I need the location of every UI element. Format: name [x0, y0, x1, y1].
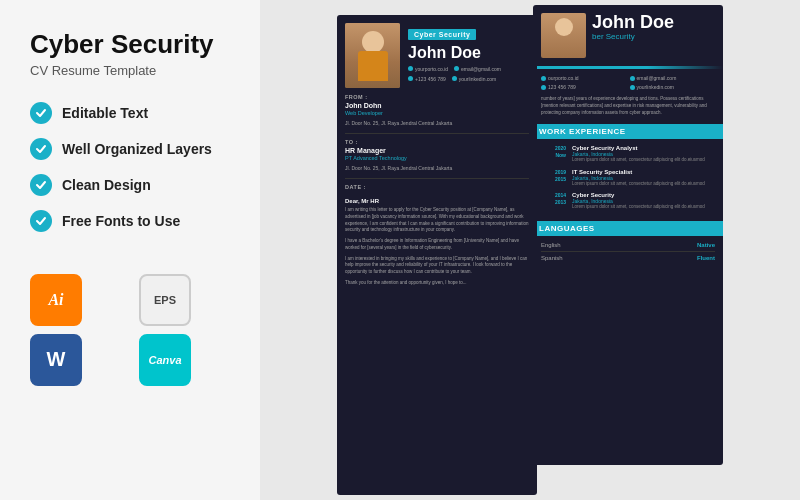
job-desc-0: Lorem ipsum dolor sit amet, consectetur …	[572, 157, 715, 163]
lang-item-1: Spanish Fluent	[541, 255, 715, 261]
contact-dot-icon	[454, 66, 459, 71]
timeline-item-0: 2020Now Cyber Security Analyst Jakarta, …	[533, 145, 723, 163]
resume-header-area: Cyber Security John Doe yourporto.co.id …	[337, 15, 537, 88]
lang-item-0: English Native	[541, 242, 715, 248]
cyber-label: Cyber Security	[408, 29, 476, 40]
format-canva: Canva	[139, 334, 191, 386]
lang-name-0: English	[541, 242, 561, 248]
format-word: W	[30, 334, 82, 386]
date-label: Date :	[345, 184, 529, 190]
feature-label-1: Well Organized Layers	[62, 141, 212, 157]
page-title: Cyber Security	[30, 30, 240, 59]
recipient-address: Jl. Door No. 25, Jl. Raya Jendral Centra…	[345, 165, 529, 172]
check-icon	[30, 102, 52, 124]
format-icons: Ai EPS W Canva	[30, 274, 240, 386]
contact-dot-icon	[541, 85, 546, 90]
check-icon	[30, 210, 52, 232]
person-photo-main	[345, 23, 400, 88]
contact-dot-icon	[452, 76, 457, 81]
feature-item: Clean Design	[30, 174, 240, 196]
recipient-name: HR Manager	[345, 147, 529, 154]
timeline-year-0: 2020Now	[541, 145, 566, 163]
teal-bar	[533, 66, 723, 69]
sec-name-area: John Doe ber Security	[592, 13, 715, 41]
contact-dot-icon	[630, 85, 635, 90]
photo-box-main	[345, 23, 400, 88]
contact-dot-icon	[630, 76, 635, 81]
contact-linkedin: yourlinkedin.com	[452, 76, 497, 82]
sec-body: number of years] years of experience dev…	[533, 96, 723, 116]
body-text-1: I am writing this letter to apply for th…	[345, 207, 529, 234]
page-subtitle: CV Resume Template	[30, 63, 240, 78]
timeline-item-1: 20192015 IT Security Specialist Jakarta,…	[533, 169, 723, 187]
timeline-content-1: IT Security Specialist Jakarta, Indonesi…	[572, 169, 715, 187]
lang-level-1: Fluent	[697, 255, 715, 261]
contact-website: yourporto.co.id	[408, 66, 448, 72]
contact-phone: +123 456 789	[408, 76, 446, 82]
feature-label-0: Editable Text	[62, 105, 148, 121]
body-text-2: I have a Bachelor's degree in Informatio…	[345, 238, 529, 252]
name-area-main: Cyber Security John Doe yourporto.co.id …	[408, 23, 529, 82]
lang-divider	[541, 251, 715, 252]
languages-title: Languages	[539, 224, 595, 233]
body-text-3: I am interested in bringing my skills an…	[345, 256, 529, 276]
body-text-4: Thank you for the attention and opportun…	[345, 280, 529, 287]
sec-intro: number of years] years of experience dev…	[541, 96, 715, 116]
left-panel: Cyber Security CV Resume Template Editab…	[0, 0, 260, 500]
sec-name: John Doe	[592, 13, 715, 31]
feature-label-2: Clean Design	[62, 177, 151, 193]
timeline-content-0: Cyber Security Analyst Jakarta, Indonesi…	[572, 145, 715, 163]
timeline-content-2: Cyber Security Jakarta, Indonesia Lorem …	[572, 192, 715, 210]
preview-panel: Cyber Security John Doe yourporto.co.id …	[260, 0, 800, 500]
dear-text: Dear, Mr HR	[345, 198, 529, 204]
work-exp-header: Work Experience	[533, 124, 723, 139]
sec-linkedin: yourlinkedin.com	[630, 84, 716, 90]
contact-dot-icon	[408, 76, 413, 81]
resume-name-main: John Doe	[408, 44, 529, 62]
feature-item: Free Fonts to Use	[30, 210, 240, 232]
job-desc-1: Lorem ipsum dolor sit amet, consectetur …	[572, 181, 715, 187]
job-desc-2: Lorem ipsum dolor sit amet, consectetur …	[572, 204, 715, 210]
languages-header: Languages	[533, 221, 723, 236]
sec-person-photo	[541, 13, 586, 58]
sec-website: ourporto.co.id	[541, 75, 627, 81]
sec-role: ber Security	[592, 32, 715, 41]
divider	[345, 133, 529, 134]
recipient-company: PT Advanced Technology	[345, 155, 529, 161]
contact-dot-icon	[541, 76, 546, 81]
contact-dot-icon	[408, 66, 413, 71]
format-eps: EPS	[139, 274, 191, 326]
from-label: From :	[345, 94, 529, 100]
resume-card-main: Cyber Security John Doe yourporto.co.id …	[337, 15, 537, 495]
timeline-year-2: 20142013	[541, 192, 566, 210]
format-ai: Ai	[30, 274, 82, 326]
feature-label-3: Free Fonts to Use	[62, 213, 180, 229]
languages-section: English Native Spanish Fluent	[533, 242, 723, 261]
feature-list: Editable Text Well Organized Layers Clea…	[30, 102, 240, 246]
sender-address: Jl. Door No. 25, Jl. Raya Jendral Centra…	[345, 120, 529, 127]
to-label: To :	[345, 139, 529, 145]
work-exp-title: Work Experience	[539, 127, 626, 136]
check-icon	[30, 174, 52, 196]
sec-header: John Doe ber Security	[533, 5, 723, 66]
contact-email: email@gmail.com	[454, 66, 501, 72]
sec-phone: 123 456 789	[541, 84, 627, 90]
resume-card-secondary: John Doe ber Security ourporto.co.id ema…	[533, 5, 723, 465]
timeline-item-2: 20142013 Cyber Security Jakarta, Indones…	[533, 192, 723, 210]
sec-email: email@gmail.com	[630, 75, 716, 81]
check-icon	[30, 138, 52, 160]
divider-2	[345, 178, 529, 179]
contact-row: yourporto.co.id email@gmail.com	[408, 66, 529, 72]
sender-role: Web Developer	[345, 110, 529, 116]
lang-level-0: Native	[697, 242, 715, 248]
feature-item: Editable Text	[30, 102, 240, 124]
sec-contact-grid: ourporto.co.id email@gmail.com 123 456 7…	[533, 75, 723, 96]
sender-name: John Dohn	[345, 102, 529, 109]
lang-name-1: Spanish	[541, 255, 563, 261]
feature-item: Well Organized Layers	[30, 138, 240, 160]
resume-body-main: From : John Dohn Web Developer Jl. Door …	[337, 88, 537, 297]
contact-row-2: +123 456 789 yourlinkedin.com	[408, 76, 529, 82]
timeline-year-1: 20192015	[541, 169, 566, 187]
